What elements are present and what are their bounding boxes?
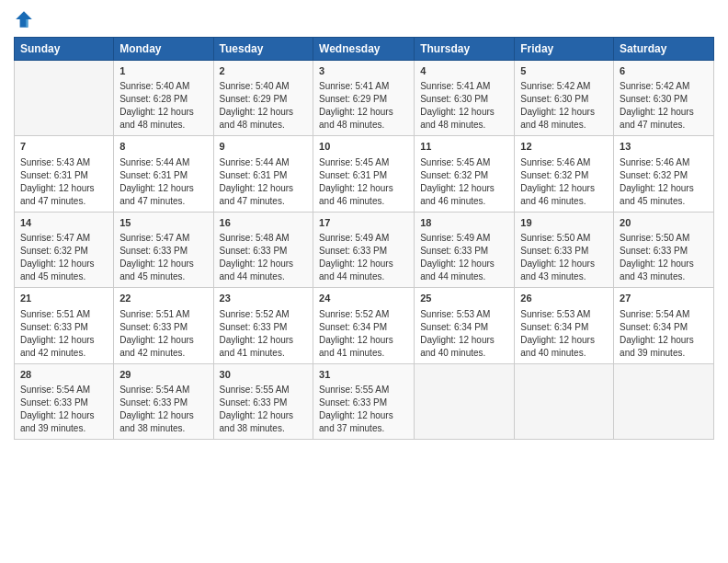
cell-text: and 39 minutes. [620,347,708,360]
day-number: 4 [420,64,508,78]
cell-text: Sunset: 6:33 PM [520,245,608,258]
cell-text: Sunrise: 5:48 AM [220,232,308,245]
calendar-cell: 18Sunrise: 5:49 AMSunset: 6:33 PMDayligh… [415,212,515,287]
calendar-cell [15,61,114,136]
day-number: 1 [119,64,207,78]
cell-text: and 48 minutes. [420,119,508,132]
cell-text: Sunrise: 5:46 AM [620,156,708,169]
cell-text: Sunrise: 5:46 AM [520,156,608,169]
cell-text: Sunrise: 5:53 AM [420,308,508,321]
day-number: 30 [220,368,308,382]
day-number: 28 [20,368,108,382]
calendar-body: 1Sunrise: 5:40 AMSunset: 6:28 PMDaylight… [15,61,714,440]
cell-text: Daylight: 12 hours [420,182,508,195]
cell-text: Sunset: 6:31 PM [20,169,108,182]
day-number: 18 [420,216,508,230]
calendar-cell: 16Sunrise: 5:48 AMSunset: 6:33 PMDayligh… [213,212,313,287]
cell-text: and 44 minutes. [319,270,408,283]
cell-text: Sunset: 6:30 PM [620,93,708,106]
cell-text: Sunset: 6:32 PM [620,169,708,182]
calendar-cell: 4Sunrise: 5:41 AMSunset: 6:30 PMDaylight… [415,61,515,136]
day-number: 16 [220,216,308,230]
cell-text: Sunrise: 5:45 AM [420,156,508,169]
page: SundayMondayTuesdayWednesdayThursdayFrid… [0,0,728,563]
cell-text: Sunset: 6:33 PM [220,245,308,258]
cell-text: Daylight: 12 hours [520,182,608,195]
day-number: 21 [20,292,108,305]
cell-text: Sunset: 6:33 PM [20,396,108,409]
calendar-cell: 19Sunrise: 5:50 AMSunset: 6:33 PMDayligh… [515,212,614,287]
day-number: 23 [220,292,308,305]
cell-text: and 45 minutes. [119,270,207,283]
weekday-header-row: SundayMondayTuesdayWednesdayThursdayFrid… [15,38,714,61]
day-number: 31 [319,368,408,382]
cell-text: Sunrise: 5:44 AM [220,156,308,169]
cell-text: Sunrise: 5:41 AM [420,80,508,93]
cell-text: Sunset: 6:33 PM [119,396,207,409]
cell-text: Daylight: 12 hours [220,334,308,347]
cell-text: Sunset: 6:28 PM [119,93,207,106]
cell-text: Sunrise: 5:50 AM [620,232,708,245]
weekday-saturday: Saturday [614,38,714,61]
cell-text: and 43 minutes. [620,270,708,283]
calendar-cell: 13Sunrise: 5:46 AMSunset: 6:32 PMDayligh… [614,136,714,212]
day-number: 11 [420,140,508,154]
cell-text: and 41 minutes. [319,347,408,360]
cell-text: Sunrise: 5:40 AM [119,80,207,93]
calendar-cell [614,363,714,439]
day-number: 22 [119,292,207,305]
day-number: 26 [520,292,608,305]
weekday-friday: Friday [515,38,614,61]
day-number: 19 [520,216,608,230]
day-number: 24 [319,292,408,305]
calendar-table: SundayMondayTuesdayWednesdayThursdayFrid… [14,37,714,440]
day-number: 17 [319,216,408,230]
cell-text: Sunrise: 5:54 AM [119,384,207,396]
cell-text: Daylight: 12 hours [220,258,308,270]
cell-text: Sunrise: 5:43 AM [20,156,108,169]
day-number: 6 [620,64,708,78]
day-number: 10 [319,140,408,154]
cell-text: Sunrise: 5:42 AM [520,80,608,93]
logo-icon [14,9,34,29]
cell-text: Sunset: 6:30 PM [520,93,608,106]
cell-text: and 45 minutes. [620,195,708,208]
day-number: 8 [119,140,207,154]
cell-text: Sunrise: 5:54 AM [620,308,708,321]
header [14,9,714,29]
cell-text: Sunrise: 5:47 AM [119,232,207,245]
day-number: 7 [20,140,108,154]
cell-text: Daylight: 12 hours [20,334,108,347]
cell-text: Sunset: 6:34 PM [319,321,408,334]
calendar-week-row: 7Sunrise: 5:43 AMSunset: 6:31 PMDaylight… [15,136,714,212]
cell-text: Daylight: 12 hours [319,409,408,422]
cell-text: and 42 minutes. [119,347,207,360]
calendar-cell [515,363,614,439]
cell-text: and 47 minutes. [119,195,207,208]
calendar-cell: 1Sunrise: 5:40 AMSunset: 6:28 PMDaylight… [114,61,213,136]
cell-text: Sunset: 6:33 PM [220,396,308,409]
calendar-cell: 27Sunrise: 5:54 AMSunset: 6:34 PMDayligh… [614,288,714,363]
calendar-cell: 17Sunrise: 5:49 AMSunset: 6:33 PMDayligh… [313,212,415,287]
cell-text: Sunrise: 5:51 AM [20,308,108,321]
cell-text: Sunset: 6:29 PM [319,93,408,106]
calendar-cell: 12Sunrise: 5:46 AMSunset: 6:32 PMDayligh… [515,136,614,212]
cell-text: and 47 minutes. [620,119,708,132]
calendar-cell: 11Sunrise: 5:45 AMSunset: 6:32 PMDayligh… [415,136,515,212]
calendar-cell: 30Sunrise: 5:55 AMSunset: 6:33 PMDayligh… [213,363,313,439]
cell-text: Sunrise: 5:50 AM [520,232,608,245]
day-number: 5 [520,64,608,78]
cell-text: and 47 minutes. [220,195,308,208]
weekday-tuesday: Tuesday [213,38,313,61]
cell-text: and 40 minutes. [420,347,508,360]
cell-text: Daylight: 12 hours [520,334,608,347]
calendar-cell: 23Sunrise: 5:52 AMSunset: 6:33 PMDayligh… [213,288,313,363]
calendar-cell: 29Sunrise: 5:54 AMSunset: 6:33 PMDayligh… [114,363,213,439]
cell-text: Sunrise: 5:49 AM [420,232,508,245]
cell-text: Sunrise: 5:53 AM [520,308,608,321]
day-number: 27 [620,292,708,305]
calendar-cell [415,363,515,439]
cell-text: Sunrise: 5:51 AM [119,308,207,321]
calendar-cell: 8Sunrise: 5:44 AMSunset: 6:31 PMDaylight… [114,136,213,212]
cell-text: Sunset: 6:33 PM [119,245,207,258]
